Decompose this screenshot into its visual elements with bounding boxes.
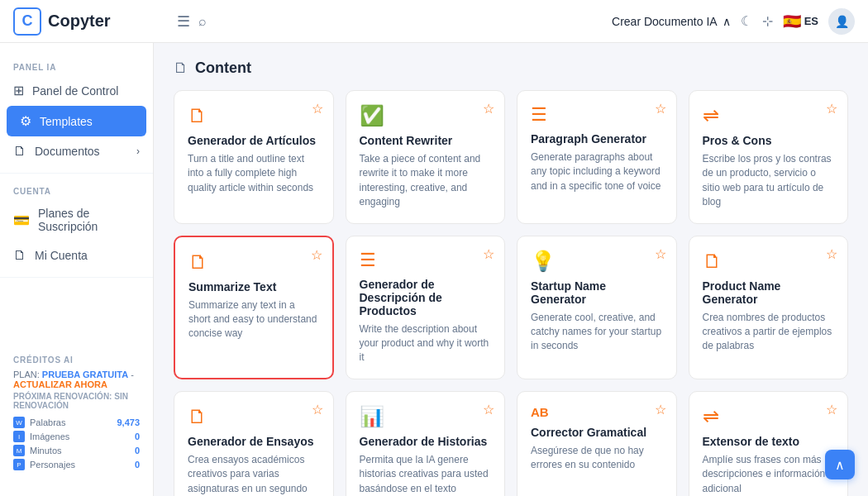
card-generador-historias[interactable]: 📊 ☆ Generador de Historias Permita que l… [346,391,506,496]
topbar-right: Crear Documento IA ∧ ☾ ⊹ 🇪🇸 ES 👤 [612,8,855,35]
card-title-extensor-texto: Extensor de texto [703,435,835,448]
card-pros-cons[interactable]: ⇌ ☆ Pros & Cons Escribe los pros y los c… [689,90,849,224]
crear-documento-button[interactable]: Crear Documento IA ∧ [612,15,731,28]
star-button-content-rewriter[interactable]: ☆ [483,101,494,117]
renovacion-line: PRÓXIMA RENOVACIÓN: SIN RENOVACIÓN [13,392,140,410]
minutos-value: 0 [135,446,140,455]
creditos-label: CRÉDITOS AI [13,355,140,365]
card-icon-paragraph-generator: ☰ [531,104,663,126]
card-product-name-generator[interactable]: 🗋 ☆ Product Name Generator Crea nombres … [689,236,849,379]
scroll-top-button[interactable]: ∧ [825,450,855,479]
card-desc-corrector-gramatical: Asegúrese de que no hay errores en su co… [531,444,663,473]
templates-icon: ⚙ [20,113,31,129]
star-button-extensor-texto[interactable]: ☆ [826,402,837,417]
card-title-product-name-generator: Product Name Generator [703,279,835,306]
avatar[interactable]: 👤 [828,8,855,35]
card-title-generador-ensayos: Generador de Ensayos [188,435,320,448]
palabras-value: 9,473 [117,417,140,427]
card-corrector-gramatical[interactable]: AB ☆ Corrector Gramatical Asegúrese de q… [517,391,677,496]
main-content: 🗋 Content 🗋 ☆ Generador de Artículos Tur… [154,43,868,496]
star-button-generador-articulos[interactable]: ☆ [312,101,323,117]
sidebar: PANEL IA ⊞ Panel de Control ⚙ Templates … [0,43,154,496]
card-icon-generador-descripcion: ☰ [360,250,492,271]
section-header: 🗋 Content [174,60,848,77]
plan-update-link[interactable]: ACTUALIZAR AHORA [13,379,107,389]
card-extensor-texto[interactable]: ⇌ ☆ Extensor de texto Amplíe sus frases … [689,391,849,496]
card-title-pros-cons: Pros & Cons [703,134,835,147]
chevron-up-icon: ∧ [723,15,731,28]
card-paragraph-generator[interactable]: ☰ ☆ Paragraph Generator Generate paragra… [517,90,677,224]
star-button-generador-ensayos[interactable]: ☆ [312,402,323,417]
cuenta-label: CUENTA [0,180,153,199]
sidebar-divider [0,173,153,174]
language-selector[interactable]: 🇪🇸 ES [783,12,818,31]
card-desc-paragraph-generator: Generate paragraphs about any topic incl… [531,150,663,193]
cards-row-2: 🗋 ☆ Summarize Text Summarize any text in… [174,236,848,379]
card-icon-extensor-texto: ⇌ [703,405,835,428]
minutos-label: Minutos [30,446,62,455]
star-button-generador-descripcion[interactable]: ☆ [483,246,494,262]
sidebar-item-panel-control[interactable]: ⊞ Panel de Control [0,75,153,106]
palabras-label: Palabras [30,417,65,427]
card-icon-generador-ensayos: 🗋 [188,405,320,428]
credit-row-personajes: P Personajes 0 [13,459,140,470]
panel-ia-label: PANEL IA [0,56,153,75]
card-generador-articulos[interactable]: 🗋 ☆ Generador de Artículos Turn a title … [174,90,334,224]
card-desc-generador-ensayos: Crea ensayos académicos creativos para v… [188,453,320,496]
star-button-product-name-generator[interactable]: ☆ [826,246,837,262]
star-button-generador-historias[interactable]: ☆ [483,402,494,417]
cuenta-icon: 🗋 [13,248,26,263]
sidebar-item-documentos[interactable]: 🗋 Documentos › [0,136,153,166]
card-icon-content-rewriter: ✅ [360,104,492,127]
sidebar-item-planes[interactable]: 💳 Planes de Suscripción [0,199,153,241]
star-button-summarize-text[interactable]: ☆ [311,247,322,263]
sidebar-item-label: Templates [40,115,93,128]
sidebar-item-templates[interactable]: ⚙ Templates [7,106,146,136]
card-title-startup-name-generator: Startup Name Generator [531,279,663,306]
credit-row-minutos: M Minutos 0 [13,445,140,456]
credit-row-palabras: W Palabras 9,473 [13,417,140,428]
search-button[interactable]: ⌕ [198,14,207,29]
star-button-pros-cons[interactable]: ☆ [826,101,837,117]
imagenes-icon: I [13,431,25,442]
theme-toggle-button[interactable]: ☾ [741,13,752,29]
plan-name[interactable]: PRUEBA GRATUITA [42,370,128,379]
plan-prefix: PLAN: [13,370,40,379]
section-title: Content [195,60,251,77]
imagenes-label: Imágenes [30,432,69,441]
card-startup-name-generator[interactable]: 💡 ☆ Startup Name Generator Generate cool… [517,236,677,379]
lang-code: ES [804,15,818,27]
card-title-content-rewriter: Content Rewriter [360,134,492,147]
sidebar-item-label: Mi Cuenta [35,249,88,262]
cards-row-1: 🗋 ☆ Generador de Artículos Turn a title … [174,90,848,224]
logo-text: Copyter [48,12,111,31]
plan-sep: - [131,370,134,379]
topbar-actions: ☰ ⌕ [177,12,602,31]
hamburger-button[interactable]: ☰ [177,12,190,31]
card-generador-ensayos[interactable]: 🗋 ☆ Generador de Ensayos Crea ensayos ac… [174,391,334,496]
content-section-icon: 🗋 [174,60,188,77]
logo-box: C [13,7,41,36]
card-generador-descripcion[interactable]: ☰ ☆ Generador de Descripción de Producto… [346,236,506,379]
star-button-corrector-gramatical[interactable]: ☆ [655,402,666,417]
card-title-corrector-gramatical: Corrector Gramatical [531,426,663,439]
card-content-rewriter[interactable]: ✅ ☆ Content Rewriter Take a piece of con… [346,90,506,224]
card-desc-extensor-texto: Amplíe sus frases con más descripciones … [703,453,835,496]
card-summarize-text[interactable]: 🗋 ☆ Summarize Text Summarize any text in… [174,236,334,379]
personajes-icon: P [13,459,25,470]
sidebar-item-label: Panel de Control [32,84,118,98]
card-title-summarize-text: Summarize Text [188,280,319,293]
card-desc-generador-descripcion: Write the description about your product… [360,322,492,365]
sidebar-item-mi-cuenta[interactable]: 🗋 Mi Cuenta [0,241,153,270]
logo-area: C Copyter [13,7,167,36]
star-button-startup-name-generator[interactable]: ☆ [655,246,666,262]
star-button-paragraph-generator[interactable]: ☆ [655,101,666,117]
card-desc-pros-cons: Escribe los pros y los contras de un pro… [703,152,835,210]
scroll-top-icon: ∧ [835,457,845,473]
planes-icon: 💳 [13,212,30,228]
credit-row-imagenes: I Imágenes 0 [13,431,140,442]
crear-doc-label: Crear Documento IA [612,15,718,28]
card-icon-generador-historias: 📊 [360,405,492,428]
palabras-icon: W [13,417,25,428]
fullscreen-button[interactable]: ⊹ [762,13,773,29]
